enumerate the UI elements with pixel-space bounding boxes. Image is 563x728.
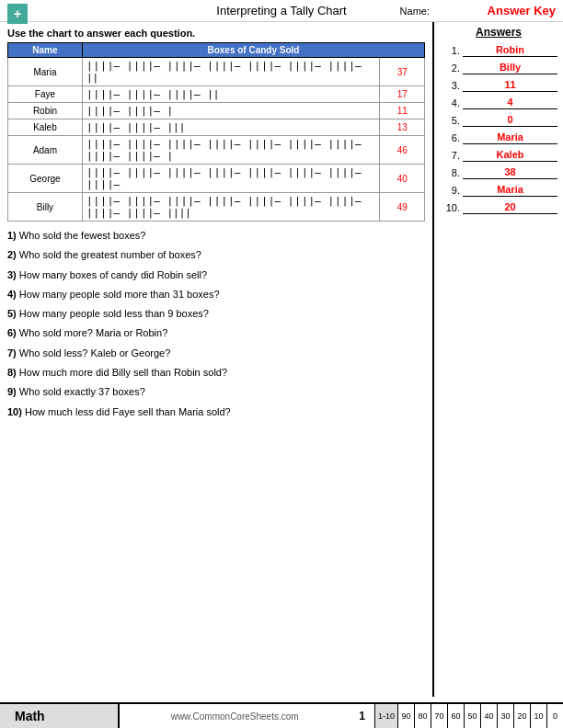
question-text: Who sold the greatest number of boxes?	[19, 249, 201, 260]
answer-key-label: Answer Key	[488, 4, 556, 17]
cell-tally: ||||̶ ||||̶ ||||̶ ||||̶ ||||̶ ||||̶ ||||…	[82, 165, 380, 193]
answers-list: 1. Robin 2. Billy 3. 11 4. 4 5. 0 6. Mar…	[440, 44, 557, 214]
answer-value: Robin	[463, 44, 557, 57]
cell-tally: ||||̶ ||||̶ ||||̶ ||||̶ ||||̶ ||||̶ ||||…	[82, 58, 380, 86]
answer-value: Kaleb	[463, 149, 557, 162]
answer-value: 11	[463, 79, 557, 92]
logo-icon: +	[7, 4, 28, 24]
answer-number: 5.	[440, 115, 460, 126]
question-number: 6)	[7, 327, 17, 338]
cell-count: 46	[380, 136, 425, 165]
instruction-text: Use the chart to answer each question.	[7, 28, 425, 39]
question-item: 4) How many people sold more than 31 box…	[7, 288, 425, 301]
question-number: 8)	[7, 367, 17, 378]
question-item: 2) Who sold the greatest number of boxes…	[7, 248, 425, 261]
question-text: Who sold the fewest boxes?	[19, 230, 146, 241]
question-item: 1) Who sold the fewest boxes?	[7, 229, 425, 242]
score-box: 50	[464, 704, 480, 728]
page-header: + Interpreting a Tally Chart Name: Answe…	[0, 0, 563, 22]
answer-item: 3. 11	[440, 79, 557, 92]
score-box: 70	[431, 704, 447, 728]
answer-value: 20	[463, 201, 557, 214]
answer-number: 1.	[440, 45, 460, 56]
question-text: Who sold exactly 37 boxes?	[19, 386, 145, 397]
question-text: Who sold less? Kaleb or George?	[19, 347, 170, 358]
question-text: How much more did Billy sell than Robin …	[19, 367, 227, 378]
question-number: 7)	[7, 347, 17, 358]
answer-item: 6. Maria	[440, 131, 557, 144]
score-box: 30	[497, 704, 513, 728]
question-item: 5) How many people sold less than 9 boxe…	[7, 307, 425, 320]
cell-name: Maria	[8, 58, 83, 86]
table-row: Faye ||||̶ ||||̶ ||||̶ || 17	[8, 86, 425, 103]
footer-subject: Math	[0, 704, 120, 728]
answer-item: 9. Maria	[440, 184, 557, 197]
cell-tally: ||||̶ ||||̶ ||||̶ ||	[82, 86, 380, 103]
answer-number: 7.	[440, 150, 460, 161]
answer-key-panel: Answers 1. Robin 2. Billy 3. 11 4. 4 5. …	[434, 22, 563, 697]
answer-item: 2. Billy	[440, 62, 557, 74]
answer-item: 7. Kaleb	[440, 149, 557, 162]
answer-value: 4	[463, 97, 557, 109]
question-text: How many people sold more than 31 boxes?	[19, 289, 220, 300]
cell-name: Robin	[8, 103, 83, 119]
table-row: Adam ||||̶ ||||̶ ||||̶ ||||̶ ||||̶ ||||̶…	[8, 136, 425, 165]
cell-tally: ||||̶ ||||̶ ||||̶ ||||̶ ||||̶ ||||̶ ||||…	[82, 193, 380, 222]
cell-tally: ||||̶ ||||̶ |||	[82, 119, 380, 136]
question-text: How much less did Faye sell than Maria s…	[25, 406, 231, 417]
cell-count: 40	[380, 165, 425, 193]
cell-count: 13	[380, 119, 425, 136]
question-number: 1)	[7, 230, 17, 241]
cell-name: Kaleb	[8, 119, 83, 136]
left-panel: Use the chart to answer each question. N…	[0, 22, 434, 697]
footer-url: www.CommonCoreSheets.com	[120, 711, 350, 722]
question-number: 5)	[7, 308, 17, 319]
footer-scores: 1-109080706050403020100	[374, 704, 563, 728]
cell-name: Billy	[8, 193, 83, 222]
score-box: 10	[530, 704, 546, 728]
answers-header: Answers	[440, 26, 557, 39]
col-name-header: Name	[8, 43, 83, 58]
score-box: 80	[414, 704, 431, 728]
table-row: Kaleb ||||̶ ||||̶ ||| 13	[8, 119, 425, 136]
answer-number: 3.	[440, 80, 460, 91]
score-box: 60	[447, 704, 464, 728]
score-box: 20	[513, 704, 530, 728]
table-row: George ||||̶ ||||̶ ||||̶ ||||̶ ||||̶ |||…	[8, 165, 425, 193]
footer-page: 1	[350, 710, 374, 722]
score-box: 40	[480, 704, 497, 728]
score-box: 0	[546, 704, 563, 728]
question-number: 3)	[7, 269, 17, 280]
answer-number: 4.	[440, 97, 460, 108]
cell-tally: ||||̶ ||||̶ ||||̶ ||||̶ ||||̶ ||||̶ ||||…	[82, 136, 380, 165]
answer-value: Maria	[463, 131, 557, 144]
question-item: 6) Who sold more? Maria or Robin?	[7, 326, 425, 339]
answer-item: 8. 38	[440, 166, 557, 179]
answer-number: 6.	[440, 132, 460, 143]
answer-number: 9.	[440, 185, 460, 196]
tally-table: Name Boxes of Candy Sold Maria ||||̶ |||…	[7, 42, 425, 222]
answer-number: 10.	[440, 202, 460, 213]
question-item: 8) How much more did Billy sell than Rob…	[7, 366, 425, 379]
name-label: Name:	[400, 6, 430, 17]
page-title: Interpreting a Tally Chart	[216, 4, 346, 17]
question-text: How many boxes of candy did Robin sell?	[19, 269, 207, 280]
question-number: 10)	[7, 406, 22, 417]
cell-count: 37	[380, 58, 425, 86]
question-item: 3) How many boxes of candy did Robin sel…	[7, 268, 425, 281]
cell-count: 17	[380, 86, 425, 103]
answer-value: 38	[463, 166, 557, 179]
col-candy-header: Boxes of Candy Sold	[82, 43, 424, 58]
question-text: Who sold more? Maria or Robin?	[19, 327, 167, 338]
question-number: 4)	[7, 289, 17, 300]
cell-name: Adam	[8, 136, 83, 165]
main-content: Use the chart to answer each question. N…	[0, 22, 563, 697]
answer-value: 0	[463, 114, 557, 127]
table-row: Robin ||||̶ ||||̶ | 11	[8, 103, 425, 119]
question-item: 9) Who sold exactly 37 boxes?	[7, 385, 425, 398]
question-number: 9)	[7, 386, 17, 397]
table-row: Billy ||||̶ ||||̶ ||||̶ ||||̶ ||||̶ ||||…	[8, 193, 425, 222]
answer-number: 2.	[440, 63, 460, 74]
answer-value: Maria	[463, 184, 557, 197]
cell-name: Faye	[8, 86, 83, 103]
